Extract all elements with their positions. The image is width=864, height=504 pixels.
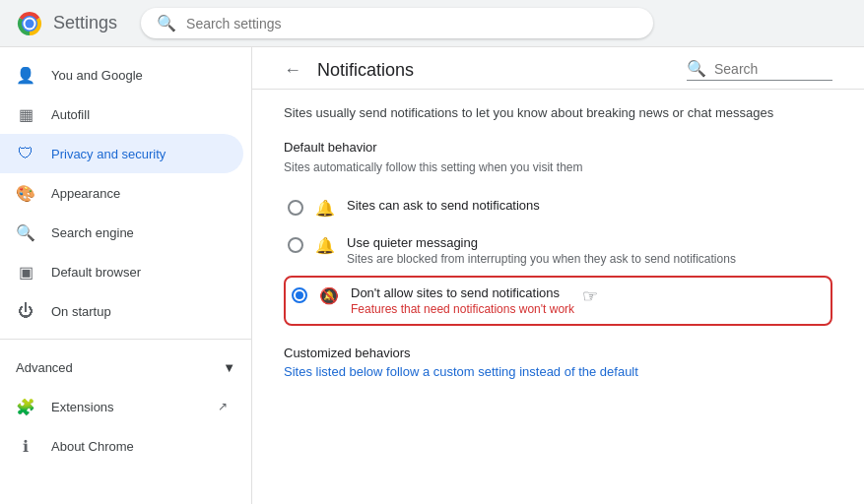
radio-quieter-text: Use quieter messaging xyxy=(347,235,736,250)
sidebar-advanced-label: Advanced xyxy=(16,360,73,375)
person-icon: 👤 xyxy=(16,66,35,85)
radio-dont-allow-subtext: Features that need notifications won't w… xyxy=(351,302,574,316)
content-search-bar[interactable]: 🔍 xyxy=(687,59,832,81)
search-engine-icon: 🔍 xyxy=(16,223,35,242)
radio-quieter-subtext: Sites are blocked from interrupting you … xyxy=(347,252,736,266)
sidebar-label-privacy-and-security: Privacy and security xyxy=(51,147,166,161)
sidebar-item-about-chrome[interactable]: ℹ About Chrome xyxy=(0,426,243,466)
sidebar-label-you-and-google: You and Google xyxy=(51,68,143,83)
sidebar-item-extensions[interactable]: 🧩 Extensions ↗ xyxy=(0,387,243,426)
sidebar-item-default-browser[interactable]: ▣ Default browser xyxy=(0,252,243,291)
main-layout: 👤 You and Google ▦ Autofill 🛡 Privacy an… xyxy=(0,47,864,504)
about-icon: ℹ xyxy=(16,437,35,456)
sidebar-label-default-browser: Default browser xyxy=(51,265,141,280)
hand-cursor-icon: ☞ xyxy=(582,285,598,307)
radio-item-ask: 🔔 Sites can ask to send notifications xyxy=(284,190,832,225)
extensions-icon: 🧩 xyxy=(16,398,35,416)
default-behavior-subtitle: Sites automatically follow this setting … xyxy=(284,160,832,174)
sidebar-label-search-engine: Search engine xyxy=(51,225,134,240)
shield-icon: 🛡 xyxy=(16,145,35,162)
app-logo: Settings xyxy=(16,10,117,37)
customized-behaviors-section: Customized behaviors Sites listed below … xyxy=(284,346,832,379)
bell-icon: 🔔 xyxy=(315,199,335,218)
sidebar-label-on-startup: On startup xyxy=(51,304,111,319)
default-behavior-title: Default behavior xyxy=(284,140,832,155)
back-button[interactable]: ← xyxy=(284,60,301,81)
default-behavior-section: Default behavior Sites automatically fol… xyxy=(284,140,832,326)
content-header: ← Notifications 🔍 xyxy=(252,47,864,90)
sidebar-label-about-chrome: About Chrome xyxy=(51,439,134,454)
radio-dont-allow[interactable] xyxy=(292,287,307,303)
top-bar: Settings 🔍 xyxy=(0,0,864,47)
content-search-icon: 🔍 xyxy=(687,59,706,78)
startup-icon: ⏻ xyxy=(16,302,35,320)
sidebar: 👤 You and Google ▦ Autofill 🛡 Privacy an… xyxy=(0,47,252,504)
global-search-input[interactable] xyxy=(186,16,637,32)
radio-item-dont-allow: 🔕 Don't allow sites to send notification… xyxy=(284,276,832,326)
radio-ask-label: Sites can ask to send notifications xyxy=(347,198,540,213)
sidebar-divider xyxy=(0,339,251,340)
sidebar-item-on-startup[interactable]: ⏻ On startup xyxy=(0,291,243,331)
content-header-left: ← Notifications xyxy=(284,60,414,81)
sidebar-item-appearance[interactable]: 🎨 Appearance xyxy=(0,173,243,213)
content-body: Sites usually send notifications to let … xyxy=(252,90,864,395)
search-icon: 🔍 xyxy=(157,14,176,32)
global-search-bar[interactable]: 🔍 xyxy=(141,8,653,38)
radio-ask[interactable] xyxy=(288,200,303,216)
customized-title: Customized behaviors xyxy=(284,346,832,360)
sidebar-advanced-section[interactable]: Advanced ▼ xyxy=(0,347,251,387)
autofill-icon: ▦ xyxy=(16,105,35,124)
chrome-logo-icon xyxy=(16,10,43,37)
sidebar-item-you-and-google[interactable]: 👤 You and Google xyxy=(0,55,243,94)
sidebar-label-appearance: Appearance xyxy=(51,186,120,201)
external-link-icon: ↗ xyxy=(218,400,228,413)
chevron-down-icon: ▼ xyxy=(223,360,235,375)
radio-item-quieter: 🔔 Use quieter messaging Sites are blocke… xyxy=(284,227,832,274)
sidebar-label-extensions: Extensions xyxy=(51,400,114,414)
sidebar-item-autofill[interactable]: ▦ Autofill xyxy=(0,94,243,134)
browser-icon: ▣ xyxy=(16,263,35,282)
radio-quieter[interactable] xyxy=(288,237,303,253)
radio-quieter-label: Use quieter messaging Sites are blocked … xyxy=(347,235,736,266)
sidebar-label-autofill: Autofill xyxy=(51,107,90,122)
radio-dont-allow-text: Don't allow sites to send notifications xyxy=(351,285,574,300)
sidebar-item-privacy-and-security[interactable]: 🛡 Privacy and security xyxy=(0,134,243,173)
bell-quiet-icon: 🔔 xyxy=(315,236,335,255)
content-search-input[interactable] xyxy=(714,61,832,77)
bell-muted-icon: 🔕 xyxy=(319,286,339,305)
customized-link[interactable]: Sites listed below follow a custom setti… xyxy=(284,364,638,379)
content-title: Notifications xyxy=(317,60,414,81)
app-title: Settings xyxy=(53,13,117,33)
radio-dont-allow-label: Don't allow sites to send notifications … xyxy=(351,285,574,316)
palette-icon: 🎨 xyxy=(16,184,35,203)
content-description: Sites usually send notifications to let … xyxy=(284,105,832,120)
sidebar-item-search-engine[interactable]: 🔍 Search engine xyxy=(0,213,243,252)
radio-ask-text: Sites can ask to send notifications xyxy=(347,198,540,213)
svg-point-2 xyxy=(26,19,34,28)
content-area: ← Notifications 🔍 Sites usually send not… xyxy=(252,47,864,504)
